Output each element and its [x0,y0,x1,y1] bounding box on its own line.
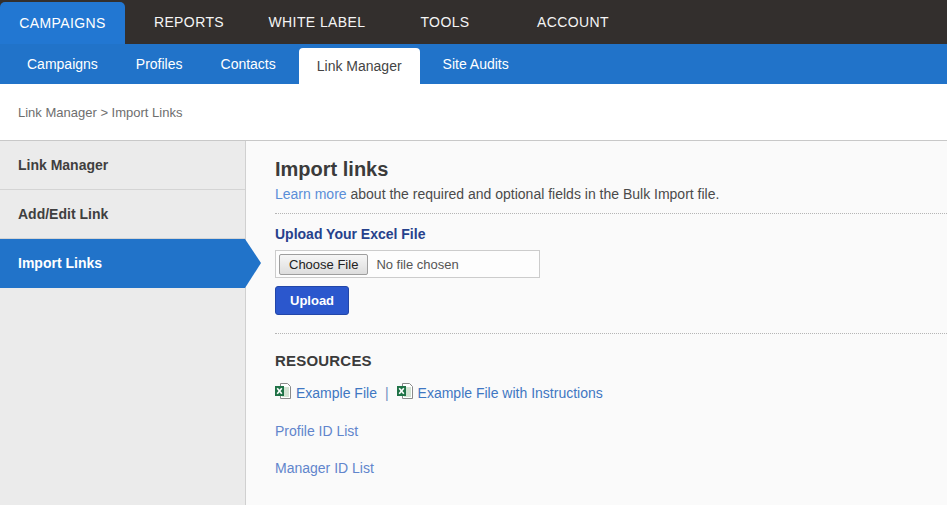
choose-file-button[interactable]: Choose File [279,254,368,275]
profile-id-list-link[interactable]: Profile ID List [275,423,358,439]
intro-text: Learn more about the required and option… [275,185,947,203]
file-chosen-text: No file chosen [376,257,458,272]
page-title: Import links [275,157,947,181]
sidebar-item-link-manager[interactable]: Link Manager [0,141,245,190]
nav-campaigns[interactable]: CAMPAIGNS [0,2,125,44]
content-area: Link Manager Add/Edit Link Import Links … [0,141,947,505]
nav-tools[interactable]: TOOLS [381,0,509,44]
sidebar-item-import-links[interactable]: Import Links [0,239,245,288]
link-separator: | [385,385,389,401]
secondary-nav: Campaigns Profiles Contacts Link Manager… [0,44,947,84]
subnav-profiles[interactable]: Profiles [121,44,198,84]
subnav-link-manager[interactable]: Link Manager [299,48,420,84]
nav-account[interactable]: ACCOUNT [509,0,637,44]
example-files-row: Example File | Example File with Instruc… [275,383,947,402]
subnav-site-audits[interactable]: Site Audits [428,44,524,84]
nav-reports[interactable]: REPORTS [125,0,253,44]
excel-file-icon [275,383,291,402]
subnav-contacts[interactable]: Contacts [206,44,291,84]
breadcrumb-row: Link Manager > Import Links [0,84,947,141]
primary-nav: CAMPAIGNS REPORTS WHITE LABEL TOOLS ACCO… [0,0,947,44]
breadcrumb: Link Manager > Import Links [18,105,182,120]
main-panel: Import links Learn more about the requir… [246,141,947,505]
file-input[interactable]: Choose File No file chosen [275,250,540,278]
learn-more-link[interactable]: Learn more [275,186,347,202]
manager-id-list-link[interactable]: Manager ID List [275,460,374,476]
excel-file-icon [397,383,413,402]
upload-section-label: Upload Your Excel File [275,226,947,242]
nav-white-label[interactable]: WHITE LABEL [253,0,381,44]
example-file-instructions-link[interactable]: Example File with Instructions [418,385,603,401]
intro-rest: about the required and optional fields i… [347,186,720,202]
divider [275,213,947,214]
example-file-link[interactable]: Example File [296,385,377,401]
sidebar-item-add-edit-link[interactable]: Add/Edit Link [0,190,245,239]
divider [275,333,947,334]
sidebar: Link Manager Add/Edit Link Import Links [0,141,246,505]
subnav-campaigns[interactable]: Campaigns [12,44,113,84]
resources-heading: RESOURCES [275,352,947,369]
upload-button[interactable]: Upload [275,286,349,315]
